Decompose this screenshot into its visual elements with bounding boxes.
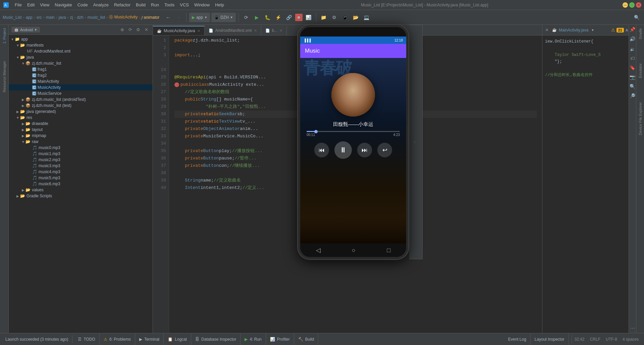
tab-layout-inspector[interactable]: Layout Inspector [531, 333, 569, 345]
tab-close-icon[interactable]: ✕ [254, 28, 257, 33]
tree-item-values[interactable]: ▶ 📂 values [9, 187, 153, 193]
tab-todo[interactable]: ☰ TODO [74, 333, 99, 345]
attach-debugger-button[interactable]: 🔗 [284, 13, 294, 22]
tree-item-res[interactable]: ▼ 📂 res [9, 115, 153, 121]
close-panel-icon[interactable]: ✕ [545, 27, 549, 32]
close-button[interactable]: ✕ [636, 2, 641, 8]
tab-close-icon[interactable]: ✕ [279, 28, 282, 33]
device-dropdown[interactable]: 📱 DZH ▼ [211, 13, 236, 22]
avd-manager-button[interactable]: 📱 [340, 13, 350, 22]
forward-arrow-button[interactable]: → [174, 13, 183, 22]
tab-androidmanifest[interactable]: 📄 AndroidManifest.xml ✕ [205, 26, 261, 35]
menu-help[interactable]: Help [212, 0, 227, 10]
search-everywhere-button[interactable]: 🔍 [632, 13, 641, 22]
nav-back-icon[interactable]: ◁ [316, 247, 321, 254]
tree-item-java-generated[interactable]: ▶ 📂 java (generated) [9, 109, 153, 115]
debug-button[interactable]: 🐛 [263, 13, 272, 22]
close-panel-button[interactable]: ✕ [143, 26, 150, 33]
tab-b[interactable]: 📄 b... ✕ [261, 26, 287, 35]
tab-musicactivity[interactable]: ☕ MusicActivity.java ✕ [153, 26, 205, 35]
tree-item-gradle-scripts[interactable]: ▶ 📂 Gradle Scripts [9, 193, 153, 199]
run-with-coverage-button[interactable]: ⚡ [274, 13, 283, 22]
tab-problems[interactable]: ⚠ 6: Problems [100, 333, 135, 345]
next-button[interactable]: ⏭ [357, 143, 372, 157]
project-structure-button[interactable]: 📁 [319, 13, 328, 22]
tree-item-pkg[interactable]: ▼ 📦 zj.dzh.music_list [9, 60, 153, 66]
menu-view[interactable]: View [37, 0, 52, 10]
tree-item-music3[interactable]: 🎵 music3.mp3 [9, 163, 153, 169]
menu-edit[interactable]: Edit [24, 0, 37, 10]
profiler-button[interactable]: 📊 [304, 13, 313, 22]
bc-zj[interactable]: zj [70, 15, 73, 20]
zoom-in-icon[interactable]: 🔎 [630, 93, 635, 98]
speaker-icon[interactable]: 🔊 [630, 36, 635, 42]
bc-src[interactable]: src [37, 15, 42, 20]
volume-down-icon[interactable]: 🔉 [630, 47, 635, 52]
tree-item-mainactivity[interactable]: C MainActivity [9, 78, 153, 84]
tab-event-log[interactable]: Event Log [504, 333, 531, 345]
bc-main[interactable]: main [46, 15, 55, 20]
prev-button[interactable]: ⏮ [314, 143, 329, 157]
bookmark-icon[interactable]: 🔖 [630, 65, 635, 70]
bc-music-list-pkg[interactable]: music_list [88, 15, 105, 20]
tree-item-musicactivity[interactable]: C MusicActivity [9, 84, 153, 90]
tree-item-music1[interactable]: 🎵 music1.mp3 [9, 151, 153, 157]
replay-button[interactable]: ↩ [377, 143, 392, 157]
project-panel-tab[interactable]: 1: Project [1, 26, 7, 46]
tree-item-mipmap[interactable]: ▶ 📂 mipmap [9, 133, 153, 139]
add-new-button[interactable]: ⊕ [118, 26, 126, 33]
tree-item-test[interactable]: ▶ 📦 zj.dzh.music_list (test) [9, 102, 153, 109]
search-icon[interactable]: 🔍 [630, 84, 635, 89]
gradle-panel-tab[interactable]: Gradle [637, 26, 643, 41]
tree-item-drawable[interactable]: ▶ 📂 drawable [9, 121, 153, 127]
tab-close-icon[interactable]: ✕ [197, 29, 200, 33]
tab-database-inspector[interactable]: 🗄 Database Inspector [191, 333, 240, 345]
menu-refactor[interactable]: Refactor [111, 0, 133, 10]
emulator-tab[interactable]: Emulator [637, 61, 643, 80]
device-file-explorer-tab[interactable]: Device File Explorer [637, 100, 643, 137]
tree-item-music6[interactable]: 🎵 music6.mp3 [9, 181, 153, 187]
resource-manager-tab[interactable]: Resource Manager [1, 59, 7, 94]
stop-button[interactable]: ■ [295, 14, 303, 21]
menu-code[interactable]: Code [75, 0, 91, 10]
nav-home-icon[interactable]: ○ [352, 247, 356, 254]
menu-tools[interactable]: Tools [162, 0, 177, 10]
nav-up-icon[interactable]: ∧ [625, 27, 629, 32]
menu-vcs[interactable]: VCS [177, 0, 192, 10]
tree-item-music2[interactable]: 🎵 music2.mp3 [9, 157, 153, 163]
right-file-label[interactable]: MainActivity.java [559, 28, 588, 32]
bc-app[interactable]: app [26, 15, 33, 20]
tree-item-androidmanifest[interactable]: MF AndroidManifest.xml [9, 48, 153, 54]
menu-navigate[interactable]: Navigate [52, 0, 74, 10]
menu-analyze[interactable]: Analyze [91, 0, 111, 10]
dropdown-icon[interactable]: ▼ [591, 28, 594, 32]
emulator-button[interactable]: 💻 [362, 13, 371, 22]
phone-seek-bar[interactable] [307, 131, 400, 132]
back-arrow-button[interactable]: ← [163, 13, 173, 22]
bc-music-activity[interactable]: ⓪ MusicActivity [109, 14, 138, 20]
nav-recent-icon[interactable]: □ [387, 247, 390, 254]
maximize-button[interactable]: □ [629, 2, 635, 8]
tab-profiler[interactable]: 📊 Profiler [266, 333, 294, 345]
menu-file[interactable]: File [12, 0, 24, 10]
pause-button[interactable]: ⏸ [334, 141, 352, 159]
tree-item-music5[interactable]: 🎵 music5.mp3 [9, 175, 153, 181]
camera-icon[interactable]: 📷 [630, 74, 635, 80]
bc-java[interactable]: java [59, 15, 66, 20]
menu-run[interactable]: Run [148, 0, 162, 10]
tree-item-androidtest[interactable]: ▶ 📦 zj.dzh.music_list (androidTest) [9, 96, 153, 102]
minimize-button[interactable]: — [623, 2, 628, 8]
tree-item-frag1[interactable]: C frag1 [9, 66, 153, 72]
tree-item-raw[interactable]: ▼ 📂 raw [9, 139, 153, 145]
bc-animator[interactable]: 𝑓 animator [142, 15, 159, 20]
tree-item-frag2[interactable]: C frag2 [9, 72, 153, 78]
tab-build[interactable]: 🔨 Build [294, 333, 319, 345]
android-view-dropdown[interactable]: 🤖 Android ▼ [11, 27, 40, 32]
tag-icon[interactable]: 🏷 [630, 56, 635, 61]
tree-item-musicservice[interactable]: C MusicService [9, 90, 153, 96]
settings-button[interactable]: ⚙ [135, 26, 142, 33]
app-module-dropdown[interactable]: ▶ app ▼ [189, 13, 210, 22]
run-button[interactable]: ▶ [252, 13, 262, 22]
pin-icon[interactable]: 📌 [630, 27, 635, 32]
tab-run[interactable]: ▶ 4: Run [240, 333, 266, 345]
